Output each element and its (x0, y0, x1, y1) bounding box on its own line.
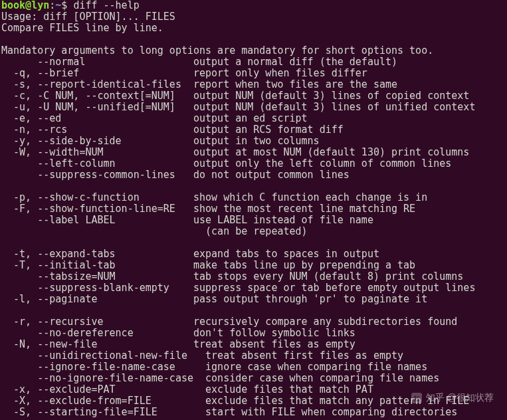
terminal-output[interactable]: book@lyn:~$ diff --help Usage: diff [OPT… (0, 0, 507, 418)
command-text: diff --help (73, 0, 139, 11)
prompt-path: ~ (55, 0, 61, 11)
prompt-user: book@lyn (1, 0, 49, 11)
output-lines: Usage: diff [OPTION]... FILES Compare FI… (1, 11, 506, 418)
prompt-sep1: : (49, 0, 55, 11)
prompt-sep2: $ (61, 0, 73, 11)
